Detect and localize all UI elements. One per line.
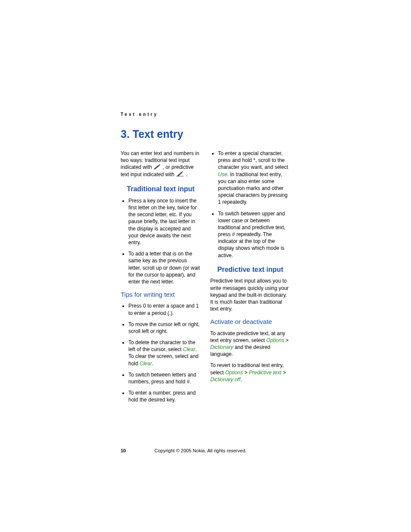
section-heading-predictive: Predictive text input xyxy=(210,265,290,274)
list-item: To enter a number, press and hold the de… xyxy=(128,389,201,403)
list-item: To switch between letters and numbers, p… xyxy=(128,371,201,385)
text: > xyxy=(281,370,286,376)
activate-paragraph-1: To activate predictive text, at any text… xyxy=(210,330,290,358)
sub-heading-tips: Tips for writing text xyxy=(121,290,201,299)
tips-list-left: Press 0 to enter a space and 1 to enter … xyxy=(121,302,201,403)
list-item: Press a key once to insert the first let… xyxy=(128,197,201,246)
list-item: To switch between upper and lower case o… xyxy=(218,210,290,259)
ui-label-dictionary: Dictionary xyxy=(210,344,233,350)
ui-label-clear: Clear xyxy=(183,346,196,352)
ui-label-predictive-text: Predictive text xyxy=(249,370,281,376)
page-number: 10 xyxy=(121,448,126,453)
list-item: To enter a special character, press and … xyxy=(218,150,290,206)
ui-label-options: Options xyxy=(225,370,243,376)
list-item: To add a letter that is on the same key … xyxy=(128,250,201,285)
tips-list-right: To enter a special character, press and … xyxy=(210,150,290,259)
ui-label-options: Options xyxy=(266,337,284,343)
activate-paragraph-2: To revert to traditional text entry, sel… xyxy=(210,362,290,383)
column-left: You can enter text and numbers in two wa… xyxy=(121,150,201,408)
section-heading-traditional: Traditional text input xyxy=(121,184,201,194)
text: . xyxy=(240,376,242,383)
text: . xyxy=(186,171,187,177)
running-header: Text entry xyxy=(121,112,291,117)
page-footer: 10 Copyright © 2005 Nokia. All rights re… xyxy=(121,448,291,453)
copyright-text: Copyright © 2005 Nokia. All rights reser… xyxy=(127,448,274,453)
predictive-paragraph: Predictive text input allows you to writ… xyxy=(210,277,290,312)
column-right: To enter a special character, press and … xyxy=(210,150,290,408)
pencil-icon xyxy=(153,164,161,171)
intro-paragraph: You can enter text and numbers in two wa… xyxy=(121,150,201,178)
sub-heading-activate: Activate or deactivate xyxy=(210,317,290,326)
text: > xyxy=(284,337,288,343)
text: . In traditional text entry, you can als… xyxy=(218,171,287,205)
list-item: To move the cursor left or right, scroll… xyxy=(128,321,201,335)
list-item: Press 0 to enter a space and 1 to enter … xyxy=(128,302,201,316)
ui-label-dictionary-off: Dictionary off xyxy=(210,376,240,383)
traditional-list: Press a key once to insert the first let… xyxy=(121,197,201,285)
ui-label-clear: Clear xyxy=(140,361,152,367)
pencil-underline-icon xyxy=(176,171,184,178)
text: To enter a special character, press and … xyxy=(218,150,288,170)
list-item: To delete the character to the left of t… xyxy=(128,339,201,367)
chapter-title: 3. Text entry xyxy=(121,128,291,140)
ui-label-use: Use xyxy=(218,171,227,177)
text: > xyxy=(243,370,249,376)
text: . xyxy=(152,361,153,367)
